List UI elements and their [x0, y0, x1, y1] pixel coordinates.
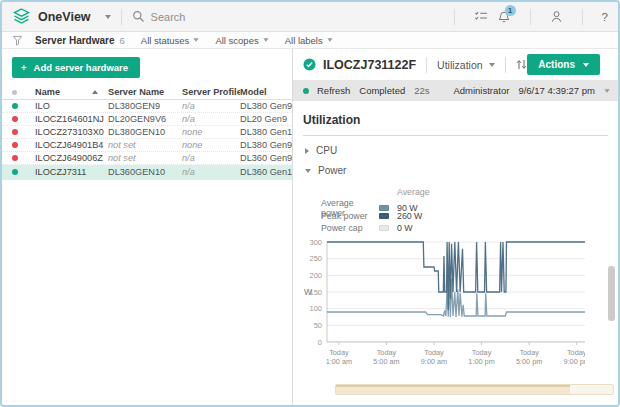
legend-swatch-power-cap: [379, 225, 389, 231]
cell-server-name: DL20GEN9V6: [108, 114, 182, 124]
y-tick-label: 50: [314, 321, 322, 330]
y-tick-label: 100: [309, 304, 322, 313]
status-column-icon[interactable]: [12, 90, 17, 95]
legend-value: 0 W: [397, 223, 618, 233]
legend-label: Peak power: [321, 211, 379, 221]
x-tick-label: Today: [424, 348, 444, 357]
time-range-selected-segment[interactable]: [336, 385, 570, 394]
cell-name: ILOCZ273103X0: [35, 127, 108, 137]
view-selector-dropdown[interactable]: Utilization: [437, 59, 495, 71]
chevron-down-icon: [194, 38, 199, 41]
section-title: Utilization: [303, 113, 608, 136]
y-tick-label: 200: [309, 271, 322, 280]
timestamp-dropdown-chevron-icon[interactable]: [604, 89, 609, 92]
timestamp: 9/6/17 4:39:27 pm: [518, 85, 595, 96]
chevron-down-icon: [583, 63, 589, 67]
section-power-label: Power: [318, 165, 346, 176]
column-header-server-name[interactable]: Server Name: [108, 87, 182, 97]
chevron-down-icon: [327, 38, 332, 41]
actions-button[interactable]: Actions: [527, 54, 600, 75]
filter-label: All scopes: [215, 35, 258, 46]
filter-bar: Server Hardware 6 All statuses All scope…: [2, 32, 618, 49]
legend-entry: Peak power 260 W: [321, 210, 618, 222]
help-button[interactable]: ?: [602, 11, 608, 23]
section-cpu[interactable]: CPU: [305, 145, 618, 156]
expanded-triangle-icon: [305, 169, 311, 173]
cell-model: DL360 Gen10: [240, 167, 292, 177]
notifications-button[interactable]: 1: [497, 10, 511, 24]
cell-server-profile: none: [182, 127, 240, 137]
oneview-logo-icon[interactable]: [12, 8, 31, 25]
brand-dropdown-chevron-icon[interactable]: [105, 15, 111, 19]
x-tick-label: Today: [472, 348, 492, 357]
vertical-scrollbar-thumb[interactable]: [608, 266, 615, 321]
status-ok-check-circle-icon: [303, 58, 316, 71]
cell-server-profile: n/a: [182, 153, 240, 163]
table-row[interactable]: ILO DL380GEN9 n/a DL380 Gen9: [2, 100, 292, 113]
filter-label: All statuses: [141, 35, 190, 46]
column-header-server-profile[interactable]: Server Profile: [182, 87, 240, 97]
task-status-icon: [303, 88, 309, 94]
filter-all-labels[interactable]: All labels: [285, 35, 333, 46]
up-down-arrows-icon[interactable]: [516, 58, 527, 71]
x-tick-label: Today: [377, 348, 397, 357]
x-tick-label: 9:00 am: [421, 357, 447, 366]
legend-entry: Average power 90 W: [321, 198, 618, 210]
section-power[interactable]: Power: [305, 165, 618, 176]
column-header-model[interactable]: Model: [240, 87, 292, 97]
cell-server-profile: n/a: [182, 167, 240, 177]
checklist-icon: [474, 10, 488, 23]
detail-header: ILOCZJ731122F Utilization Actions: [293, 49, 618, 80]
detail-title: ILOCZJ731122F: [323, 58, 416, 72]
filter-all-statuses[interactable]: All statuses: [141, 35, 200, 46]
cell-server-name: not set: [108, 140, 182, 150]
divider: [426, 57, 427, 73]
table-row-selected[interactable]: ILOCZJ7311 DL360GEN10 n/a DL360 Gen10: [2, 165, 292, 180]
cell-name: ILOCZJ7311: [35, 167, 108, 177]
actions-button-label: Actions: [538, 59, 575, 70]
search-icon: [132, 10, 145, 23]
status-icon: [12, 142, 18, 148]
divider: [582, 9, 583, 25]
cell-server-profile: n/a: [182, 101, 240, 111]
user-name: Administrator: [453, 85, 509, 96]
table-header: Name Server Name Server Profile Model: [2, 85, 292, 100]
y-axis-unit-label: W: [304, 287, 312, 297]
task-name: Refresh: [317, 85, 350, 96]
column-header-name[interactable]: Name: [35, 87, 108, 97]
page-title: Server Hardware: [35, 35, 115, 46]
chevron-down-icon: [263, 38, 268, 41]
time-range-slider[interactable]: [335, 384, 614, 395]
table-row[interactable]: ILOCZ273103X0 DL380GEN10 none DL380 Gen1…: [2, 126, 292, 139]
add-server-hardware-button[interactable]: + Add server hardware: [12, 57, 140, 78]
x-tick-label: Today: [567, 348, 585, 357]
search-input[interactable]: [151, 11, 331, 23]
table-row[interactable]: ILOCZ164601NJ DL20GEN9V6 n/a DL20 Gen9: [2, 113, 292, 126]
plus-icon: +: [21, 62, 27, 73]
cell-name: ILO: [35, 101, 108, 111]
series-peak-power: [327, 242, 585, 310]
filter-funnel-icon[interactable]: [12, 35, 23, 46]
table-row[interactable]: ILOCZJ64901B4 not set none DL380 Gen9: [2, 139, 292, 152]
cell-model: DL380 Gen9: [240, 101, 292, 111]
cell-name: ILOCZJ649006Z: [35, 153, 108, 163]
power-chart-region: 050100150200250300WToday1:00 amToday5:00…: [301, 238, 618, 370]
activity-list-button[interactable]: [474, 10, 488, 23]
user-menu-button[interactable]: [550, 10, 563, 23]
power-legend: Average Average power 90 W Peak power 26…: [321, 186, 618, 234]
task-status-bar: Refresh Completed 22s Administrator 9/6/…: [293, 80, 618, 101]
detail-panel: ILOCZJ731122F Utilization Actions: [293, 49, 618, 405]
power-utilization-chart: 050100150200250300WToday1:00 amToday5:00…: [301, 238, 585, 366]
cell-name: ILOCZ164601NJ: [35, 114, 108, 124]
cell-server-profile: none: [182, 140, 240, 150]
y-tick-label: 250: [309, 254, 322, 263]
filter-all-scopes[interactable]: All scopes: [215, 35, 268, 46]
table-row[interactable]: ILOCZJ649006Z not set n/a DL360 Gen9: [2, 152, 292, 165]
status-icon: [12, 155, 18, 161]
brand-title: OneView: [38, 10, 91, 24]
divider: [121, 9, 122, 25]
task-state: Completed: [359, 85, 405, 96]
legend-swatch-average-power: [379, 205, 389, 211]
notification-badge: 1: [505, 5, 516, 16]
server-list-panel: + Add server hardware Name Server Name S…: [2, 49, 293, 405]
